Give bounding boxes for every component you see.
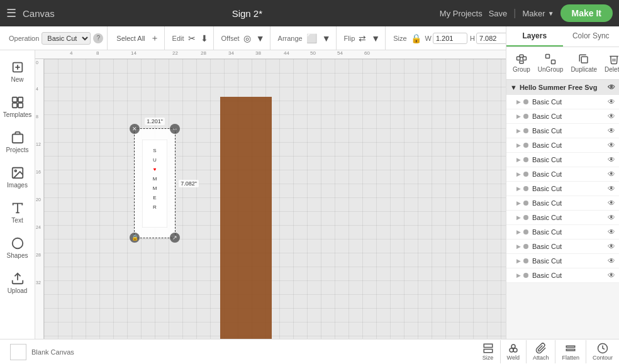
app-title: Canvas [23,8,55,19]
sidebar-item-shapes-label: Shapes [7,252,28,259]
add-icon[interactable]: ＋ [149,31,160,45]
layer-item[interactable]: ▶ Basic Cut 👁 [506,182,619,196]
tab-layers[interactable]: Layers [506,26,563,47]
size-button[interactable]: Size [476,340,501,363]
handle-bottom-right[interactable]: ↗ [170,233,180,243]
templates-icon [11,96,25,109]
weld-button[interactable]: Weld [501,340,527,363]
layer-eye-icon[interactable]: 👁 [608,184,615,193]
layer-group-header[interactable]: ▼ Hello Summer Free Svg 👁 [506,80,619,95]
tab-color-sync[interactable]: Color Sync [563,26,620,47]
sidebar-item-images[interactable]: Images [0,161,35,194]
delete-button[interactable]: Delete [601,51,619,75]
layer-name: Basic Cut [532,170,608,178]
sidebar-item-shapes[interactable]: Shapes [0,231,35,264]
toolbar-select-all: Select All ＋ [111,26,164,50]
selected-object[interactable]: ✕ ↔ 🔒 ↗ 1.201" 7.082" S U ♥ M M E R [134,128,176,238]
operation-help-icon[interactable]: ? [93,33,103,43]
duplicate-label: Duplicate [571,66,597,73]
svg-text:M: M [153,176,157,182]
right-panel: Layers Color Sync Group UnGroup Duplicat… [506,26,619,339]
svg-rect-7 [12,135,23,143]
flip-icon[interactable]: ⇄ [357,32,367,45]
layer-item[interactable]: ▶ Basic Cut 👁 [506,268,619,283]
arrange-icon[interactable]: ⬜ [305,32,318,45]
layer-item[interactable]: ▶ Basic Cut 👁 [506,167,619,182]
maker-label: Maker [523,9,545,18]
flatten-button[interactable]: Flatten [555,340,586,363]
layer-dot [523,215,528,220]
canvas-grid: ✕ ↔ 🔒 ↗ 1.201" 7.082" S U ♥ M M E R [44,59,506,339]
svg-rect-26 [546,55,550,58]
canvas-area[interactable]: ✕ ↔ 🔒 ↗ 1.201" 7.082" S U ♥ M M E R [44,59,506,339]
sidebar-item-projects[interactable]: Projects [0,126,35,158]
layer-arrow-icon: ▶ [516,214,521,221]
weld-label: Weld [507,355,520,361]
attach-button[interactable]: Attach [527,340,556,363]
layer-item[interactable]: ▶ Basic Cut 👁 [506,240,619,254]
projects-icon [11,131,25,145]
layer-eye-icon[interactable]: 👁 [608,126,615,135]
my-projects-button[interactable]: My Projects [440,9,482,18]
svg-rect-4 [18,97,22,102]
layer-item[interactable]: ▶ Basic Cut 👁 [506,138,619,153]
flip-arrow-icon[interactable]: ▼ [370,32,381,45]
layer-item[interactable]: ▶ Basic Cut 👁 [506,225,619,240]
offset-arrow-icon[interactable]: ▼ [255,32,266,45]
edit-icon[interactable]: ✂ [187,32,197,45]
sidebar-item-upload[interactable]: Upload [0,267,35,299]
ungroup-button[interactable]: UnGroup [534,51,567,75]
svg-text:♥: ♥ [153,167,157,172]
layer-eye-icon[interactable]: 👁 [608,213,615,222]
layer-eye-icon[interactable]: 👁 [608,271,615,280]
toolbar-flip: Flip ⇄ ▼ [340,26,386,50]
layer-item[interactable]: ▶ Basic Cut 👁 [506,196,619,211]
layer-name: Basic Cut [532,243,608,250]
layer-eye-icon[interactable]: 👁 [608,97,615,106]
layer-eye-icon[interactable]: 👁 [608,112,615,121]
handle-top-right[interactable]: ↔ [170,124,180,134]
layer-eye-icon[interactable]: 👁 [608,170,615,179]
layer-item[interactable]: ▶ Basic Cut 👁 [506,109,619,124]
svg-text:S: S [153,148,156,153]
edit-arrow-icon[interactable]: ⬇ [199,32,209,45]
sidebar-item-text[interactable]: Text [0,196,35,229]
toolbar-size: Size 🔒 W H [389,26,515,50]
handle-top-left[interactable]: ✕ [130,124,140,134]
offset-icon[interactable]: ◎ [242,32,252,45]
layer-eye-icon[interactable]: 👁 [608,242,615,251]
layer-eye-icon[interactable]: 👁 [608,155,615,164]
operation-select[interactable]: Basic Cut [42,32,91,45]
sidebar-item-new-label: New [11,76,23,83]
layer-eye-icon[interactable]: 👁 [608,228,615,236]
layer-item[interactable]: ▶ Basic Cut 👁 [506,211,619,225]
width-input[interactable] [433,33,467,44]
group-eye-icon[interactable]: 👁 [608,83,615,92]
make-it-button[interactable]: Make It [560,4,613,22]
object-content: S U ♥ M M E R [142,140,167,228]
layer-name: Basic Cut [532,113,608,120]
sidebar-item-templates[interactable]: Templates [0,91,35,123]
svg-rect-3 [12,97,16,102]
group-button[interactable]: Group [509,51,534,75]
layer-eye-icon[interactable]: 👁 [608,256,615,265]
contour-button[interactable]: Contour [586,340,619,363]
layer-item[interactable]: ▶ Basic Cut 👁 [506,153,619,167]
menu-icon[interactable]: ☰ [6,6,16,20]
sidebar-item-new[interactable]: New [0,55,35,88]
layer-item[interactable]: ▶ Basic Cut 👁 [506,124,619,138]
images-icon [11,166,25,180]
lock-icon[interactable]: 🔒 [410,32,423,45]
layer-item[interactable]: ▶ Basic Cut 👁 [506,95,619,109]
select-all-button[interactable]: Select All [115,33,146,43]
group-name: Hello Summer Free Svg [520,84,598,91]
duplicate-button[interactable]: Duplicate [567,51,601,75]
layer-eye-icon[interactable]: 👁 [608,199,615,207]
maker-dropdown[interactable]: Maker ▼ [523,9,554,18]
layer-item[interactable]: ▶ Basic Cut 👁 [506,254,619,268]
save-button[interactable]: Save [489,9,508,18]
handle-bottom-left[interactable]: 🔒 [130,233,140,243]
layer-eye-icon[interactable]: 👁 [608,141,615,150]
flip-label: Flip [344,35,355,42]
arrange-arrow-icon[interactable]: ▼ [321,32,332,45]
